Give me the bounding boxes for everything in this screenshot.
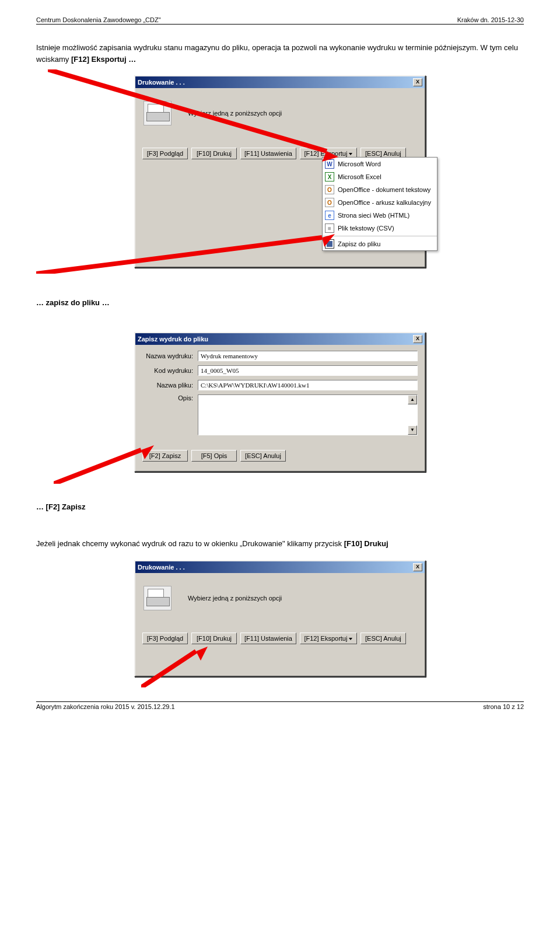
f11-settings-button[interactable]: [F11] Ustawienia <box>240 633 296 644</box>
para-print-now: Jeżeli jednak chcemy wykonać wydruk od r… <box>36 538 524 550</box>
excel-icon: X <box>325 172 334 181</box>
f10-print-button[interactable]: [F10] Drukuj <box>191 633 237 644</box>
printout-name-input[interactable]: Wydruk remanentowy <box>198 351 418 361</box>
file-path-input[interactable]: C:\KS\APW\WYDRUKI\AW140001.kw1 <box>198 380 418 390</box>
field-label-file: Nazwa pliku: <box>142 382 198 389</box>
svg-marker-3 <box>322 234 335 247</box>
svg-line-6 <box>141 651 196 687</box>
header-right: Kraków dn. 2015-12-30 <box>457 16 524 23</box>
esc-cancel-button[interactable]: [ESC] Anuluj <box>240 450 286 462</box>
footer-right: strona 10 z 12 <box>483 703 524 710</box>
red-arrow-to-export <box>48 69 345 163</box>
close-icon[interactable]: X <box>413 78 422 86</box>
f12-hint: [F12] Eksportuj … <box>71 55 136 64</box>
description-textarea[interactable]: ▲▼ <box>198 394 418 435</box>
export-item-save-to-file[interactable]: Zapisz do pliku <box>323 236 437 250</box>
footer-left: Algorytm zakończenia roku 2015 v. 2015.1… <box>36 703 175 710</box>
label-zapisz-do-pliku: … zapisz do pliku … <box>36 297 524 309</box>
intro-paragraph: Istnieje możliwość zapisania wydruku sta… <box>36 42 524 65</box>
export-item-csv[interactable]: ≡Plik tekstowy (CSV) <box>323 222 437 235</box>
export-item-excel[interactable]: XMicrosoft Excel <box>323 170 437 183</box>
close-icon[interactable]: X <box>413 335 422 343</box>
red-arrow-to-save-item <box>36 204 340 274</box>
export-item-oo-calc[interactable]: OOpenOffice - arkusz kalkulacyjny <box>323 196 437 209</box>
chevron-down-icon <box>349 153 352 155</box>
field-label-code: Kod wydruku: <box>142 367 198 374</box>
red-arrow-to-f2-save <box>54 443 159 484</box>
svg-line-2 <box>36 238 322 274</box>
svg-marker-5 <box>141 445 154 459</box>
f3-preview-button[interactable]: [F3] Podgląd <box>142 633 188 644</box>
printer-icon <box>144 586 172 610</box>
scroll-down-icon[interactable]: ▼ <box>408 425 417 435</box>
scroll-up-icon[interactable]: ▲ <box>408 395 417 404</box>
close-icon[interactable]: X <box>413 563 422 571</box>
export-item-oo-doc[interactable]: OOpenOffice - dokument tekstowy <box>323 183 437 196</box>
field-label-desc: Opis: <box>142 394 198 401</box>
export-item-html[interactable]: eStrona sieci Web (HTML) <box>323 209 437 222</box>
printout-code-input[interactable]: 14_0005_W05 <box>198 365 418 376</box>
chevron-down-icon <box>349 638 352 640</box>
f5-desc-button[interactable]: [F5] Opis <box>191 450 237 462</box>
f12-export-button[interactable]: [F12] Eksportuj <box>300 633 357 644</box>
openoffice-doc-icon: O <box>325 185 334 194</box>
esc-cancel-button[interactable]: [ESC] Anuluj <box>360 633 406 644</box>
red-arrow-to-f10-print <box>141 647 211 687</box>
f10-hint: [F10] Drukuj <box>344 539 388 548</box>
save-to-file-dialog: Zapisz wydruk do pliku X Nazwa wydruku:W… <box>134 332 426 472</box>
svg-line-4 <box>54 450 141 484</box>
svg-line-0 <box>48 69 327 151</box>
page-footer: Algorytm zakończenia roku 2015 v. 2015.1… <box>36 701 524 710</box>
label-f2-zapisz: … [F2] Zapisz <box>36 501 524 513</box>
field-label-name: Nazwa wydruku: <box>142 352 198 359</box>
header-left: Centrum Doskonalenia Zawodowego „CDZ" <box>36 16 161 23</box>
svg-marker-7 <box>196 647 208 661</box>
page-header: Centrum Doskonalenia Zawodowego „CDZ" Kr… <box>36 16 524 25</box>
